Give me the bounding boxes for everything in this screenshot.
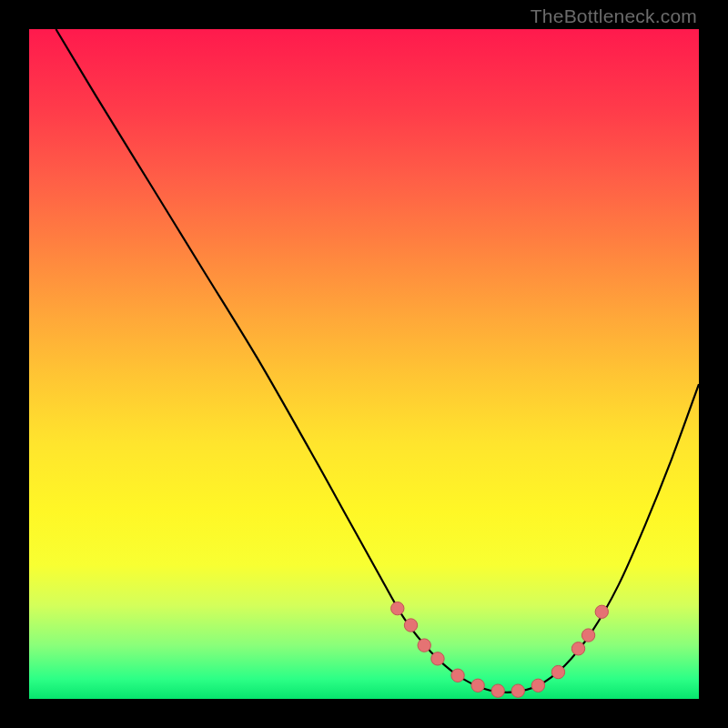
chart-marker bbox=[581, 629, 594, 642]
chart-marker bbox=[595, 605, 608, 618]
chart-curve bbox=[56, 29, 699, 693]
chart-marker bbox=[531, 679, 544, 692]
chart-marker bbox=[491, 684, 504, 697]
chart-marker bbox=[431, 652, 444, 665]
chart-markers bbox=[391, 602, 609, 697]
chart-stage: TheBottleneck.com bbox=[0, 0, 728, 728]
chart-svg bbox=[29, 29, 699, 699]
chart-marker bbox=[404, 619, 417, 632]
chart-marker bbox=[451, 669, 464, 682]
attribution-label: TheBottleneck.com bbox=[531, 5, 697, 27]
chart-marker bbox=[571, 642, 584, 655]
chart-marker bbox=[471, 679, 484, 692]
chart-marker bbox=[391, 602, 404, 614]
chart-marker bbox=[418, 639, 430, 652]
chart-marker bbox=[551, 665, 564, 678]
chart-marker bbox=[511, 684, 524, 697]
